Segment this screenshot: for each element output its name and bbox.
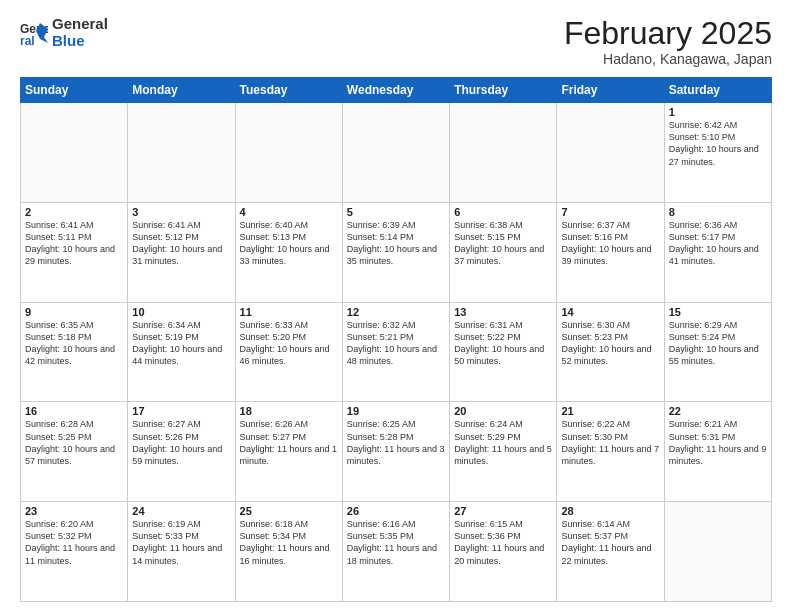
calendar-cell: 7Sunrise: 6:37 AM Sunset: 5:16 PM Daylig… [557,202,664,302]
calendar-cell: 18Sunrise: 6:26 AM Sunset: 5:27 PM Dayli… [235,402,342,502]
day-number: 13 [454,306,552,318]
calendar-cell [235,103,342,203]
day-info: Sunrise: 6:14 AM Sunset: 5:37 PM Dayligh… [561,518,659,567]
calendar-cell [342,103,449,203]
day-info: Sunrise: 6:32 AM Sunset: 5:21 PM Dayligh… [347,319,445,368]
day-number: 28 [561,505,659,517]
day-number: 23 [25,505,123,517]
day-number: 16 [25,405,123,417]
calendar-cell: 8Sunrise: 6:36 AM Sunset: 5:17 PM Daylig… [664,202,771,302]
day-info: Sunrise: 6:34 AM Sunset: 5:19 PM Dayligh… [132,319,230,368]
calendar-week-0: 1Sunrise: 6:42 AM Sunset: 5:10 PM Daylig… [21,103,772,203]
calendar-cell: 23Sunrise: 6:20 AM Sunset: 5:32 PM Dayli… [21,502,128,602]
calendar-cell: 9Sunrise: 6:35 AM Sunset: 5:18 PM Daylig… [21,302,128,402]
day-number: 3 [132,206,230,218]
day-info: Sunrise: 6:30 AM Sunset: 5:23 PM Dayligh… [561,319,659,368]
calendar-cell: 15Sunrise: 6:29 AM Sunset: 5:24 PM Dayli… [664,302,771,402]
day-info: Sunrise: 6:37 AM Sunset: 5:16 PM Dayligh… [561,219,659,268]
day-number: 22 [669,405,767,417]
page-header: Gene ral General Blue February 2025 Hada… [20,16,772,67]
day-number: 26 [347,505,445,517]
day-number: 14 [561,306,659,318]
calendar-cell: 22Sunrise: 6:21 AM Sunset: 5:31 PM Dayli… [664,402,771,502]
day-number: 20 [454,405,552,417]
day-number: 10 [132,306,230,318]
weekday-header-thursday: Thursday [450,78,557,103]
day-number: 5 [347,206,445,218]
calendar-cell [450,103,557,203]
logo: Gene ral General Blue [20,16,108,49]
day-number: 17 [132,405,230,417]
calendar-week-2: 9Sunrise: 6:35 AM Sunset: 5:18 PM Daylig… [21,302,772,402]
month-title: February 2025 [564,16,772,51]
day-number: 11 [240,306,338,318]
weekday-header-row: SundayMondayTuesdayWednesdayThursdayFrid… [21,78,772,103]
calendar-cell [128,103,235,203]
day-info: Sunrise: 6:31 AM Sunset: 5:22 PM Dayligh… [454,319,552,368]
day-info: Sunrise: 6:36 AM Sunset: 5:17 PM Dayligh… [669,219,767,268]
day-number: 6 [454,206,552,218]
day-info: Sunrise: 6:19 AM Sunset: 5:33 PM Dayligh… [132,518,230,567]
day-number: 8 [669,206,767,218]
day-info: Sunrise: 6:15 AM Sunset: 5:36 PM Dayligh… [454,518,552,567]
day-info: Sunrise: 6:39 AM Sunset: 5:14 PM Dayligh… [347,219,445,268]
calendar-cell: 12Sunrise: 6:32 AM Sunset: 5:21 PM Dayli… [342,302,449,402]
day-number: 9 [25,306,123,318]
calendar-cell: 1Sunrise: 6:42 AM Sunset: 5:10 PM Daylig… [664,103,771,203]
calendar-cell [664,502,771,602]
day-info: Sunrise: 6:18 AM Sunset: 5:34 PM Dayligh… [240,518,338,567]
day-info: Sunrise: 6:41 AM Sunset: 5:12 PM Dayligh… [132,219,230,268]
calendar-week-3: 16Sunrise: 6:28 AM Sunset: 5:25 PM Dayli… [21,402,772,502]
day-info: Sunrise: 6:29 AM Sunset: 5:24 PM Dayligh… [669,319,767,368]
calendar-cell: 3Sunrise: 6:41 AM Sunset: 5:12 PM Daylig… [128,202,235,302]
calendar-cell: 27Sunrise: 6:15 AM Sunset: 5:36 PM Dayli… [450,502,557,602]
location: Hadano, Kanagawa, Japan [564,51,772,67]
day-number: 1 [669,106,767,118]
calendar-cell: 28Sunrise: 6:14 AM Sunset: 5:37 PM Dayli… [557,502,664,602]
day-info: Sunrise: 6:26 AM Sunset: 5:27 PM Dayligh… [240,418,338,467]
day-number: 21 [561,405,659,417]
day-number: 27 [454,505,552,517]
day-number: 25 [240,505,338,517]
day-info: Sunrise: 6:35 AM Sunset: 5:18 PM Dayligh… [25,319,123,368]
calendar-week-4: 23Sunrise: 6:20 AM Sunset: 5:32 PM Dayli… [21,502,772,602]
calendar-cell: 25Sunrise: 6:18 AM Sunset: 5:34 PM Dayli… [235,502,342,602]
calendar-cell: 6Sunrise: 6:38 AM Sunset: 5:15 PM Daylig… [450,202,557,302]
calendar-cell: 2Sunrise: 6:41 AM Sunset: 5:11 PM Daylig… [21,202,128,302]
day-info: Sunrise: 6:41 AM Sunset: 5:11 PM Dayligh… [25,219,123,268]
logo-line2: Blue [52,33,108,50]
weekday-header-wednesday: Wednesday [342,78,449,103]
day-info: Sunrise: 6:38 AM Sunset: 5:15 PM Dayligh… [454,219,552,268]
calendar-cell: 14Sunrise: 6:30 AM Sunset: 5:23 PM Dayli… [557,302,664,402]
svg-text:ral: ral [20,34,35,47]
day-info: Sunrise: 6:28 AM Sunset: 5:25 PM Dayligh… [25,418,123,467]
calendar-table: SundayMondayTuesdayWednesdayThursdayFrid… [20,77,772,602]
day-number: 18 [240,405,338,417]
calendar-cell: 17Sunrise: 6:27 AM Sunset: 5:26 PM Dayli… [128,402,235,502]
day-number: 19 [347,405,445,417]
calendar-cell: 16Sunrise: 6:28 AM Sunset: 5:25 PM Dayli… [21,402,128,502]
weekday-header-tuesday: Tuesday [235,78,342,103]
calendar-cell: 13Sunrise: 6:31 AM Sunset: 5:22 PM Dayli… [450,302,557,402]
day-info: Sunrise: 6:25 AM Sunset: 5:28 PM Dayligh… [347,418,445,467]
calendar-cell: 4Sunrise: 6:40 AM Sunset: 5:13 PM Daylig… [235,202,342,302]
day-info: Sunrise: 6:22 AM Sunset: 5:30 PM Dayligh… [561,418,659,467]
weekday-header-saturday: Saturday [664,78,771,103]
day-info: Sunrise: 6:42 AM Sunset: 5:10 PM Dayligh… [669,119,767,168]
day-number: 12 [347,306,445,318]
calendar-cell: 19Sunrise: 6:25 AM Sunset: 5:28 PM Dayli… [342,402,449,502]
weekday-header-monday: Monday [128,78,235,103]
calendar-cell [21,103,128,203]
day-number: 15 [669,306,767,318]
calendar-cell: 10Sunrise: 6:34 AM Sunset: 5:19 PM Dayli… [128,302,235,402]
day-number: 2 [25,206,123,218]
weekday-header-sunday: Sunday [21,78,128,103]
calendar-cell: 21Sunrise: 6:22 AM Sunset: 5:30 PM Dayli… [557,402,664,502]
logo-line1: General [52,16,108,33]
calendar-cell: 5Sunrise: 6:39 AM Sunset: 5:14 PM Daylig… [342,202,449,302]
day-number: 7 [561,206,659,218]
day-info: Sunrise: 6:40 AM Sunset: 5:13 PM Dayligh… [240,219,338,268]
calendar-week-1: 2Sunrise: 6:41 AM Sunset: 5:11 PM Daylig… [21,202,772,302]
day-number: 4 [240,206,338,218]
weekday-header-friday: Friday [557,78,664,103]
